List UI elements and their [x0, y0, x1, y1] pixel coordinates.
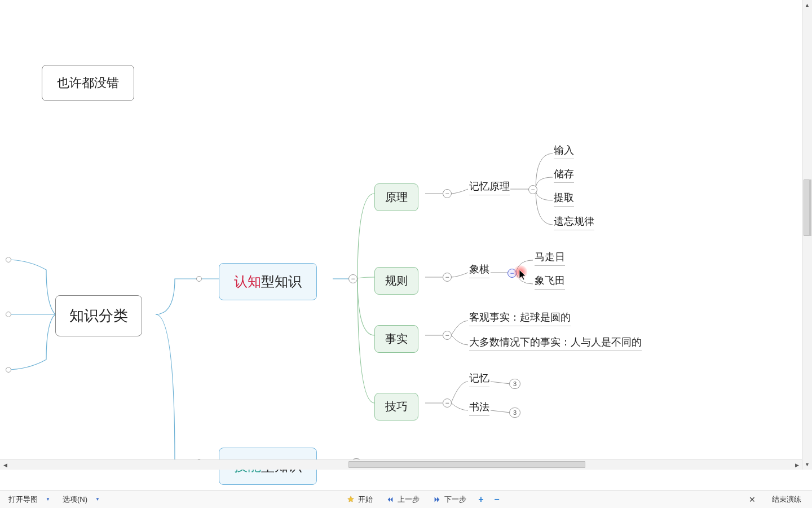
prev-button[interactable]: 上一步 [380, 492, 426, 507]
next-button[interactable]: 下一步 [427, 492, 473, 507]
zoom-out-button[interactable]: − [489, 492, 504, 507]
toggle-cognitive[interactable]: − [348, 274, 358, 283]
toggle-fact[interactable]: − [443, 331, 452, 340]
scroll-right-icon[interactable]: ▶ [792, 460, 802, 470]
next-icon [433, 496, 441, 503]
playback-controls: 开始 上一步 下一步 + − [341, 492, 504, 507]
leaf-memory-principle[interactable]: 记忆原理 [469, 179, 510, 195]
scroll-down-icon[interactable]: ▼ [802, 459, 812, 470]
node-skill[interactable]: 技巧 [374, 393, 418, 421]
toggle-principle[interactable]: − [443, 189, 452, 198]
horizontal-scrollbar-track[interactable] [10, 460, 792, 470]
count-calligraphy[interactable]: 3 [509, 408, 520, 418]
toggle-skill[interactable]: − [443, 398, 452, 408]
star-icon [347, 496, 355, 503]
edge-dot [6, 367, 11, 373]
edge-dot [6, 257, 11, 262]
scroll-left-icon[interactable]: ◀ [0, 460, 10, 470]
toggle-memory-principle[interactable]: − [528, 185, 537, 194]
vertical-scrollbar[interactable]: ▲ ▼ [802, 0, 812, 470]
horizontal-scrollbar[interactable]: ◀ ▶ [0, 459, 802, 470]
scroll-up-icon[interactable]: ▲ [802, 0, 812, 10]
leaf-calligraphy[interactable]: 书法 [469, 400, 489, 416]
count-memory-skill[interactable]: 3 [509, 379, 520, 389]
open-map-button[interactable]: 打开导图 ▼ [2, 492, 56, 507]
prev-icon [386, 496, 394, 503]
dropdown-caret-icon: ▼ [46, 497, 50, 502]
options-button[interactable]: 选项(N) ▼ [56, 492, 106, 507]
close-presentation-button[interactable]: ✕ [739, 492, 766, 507]
start-button[interactable]: 开始 [341, 492, 379, 507]
leaf-elephant-move[interactable]: 象飞田 [535, 274, 565, 290]
floating-note[interactable]: 也许都没错 [42, 65, 134, 101]
leaf-memory-skill[interactable]: 记忆 [469, 371, 489, 387]
node-principle[interactable]: 原理 [374, 183, 418, 211]
leaf-input[interactable]: 输入 [554, 143, 574, 159]
leaf-chess[interactable]: 象棋 [469, 262, 489, 278]
vertical-scroll-indicator [809, 179, 811, 236]
leaf-retrieve[interactable]: 提取 [554, 191, 574, 207]
horizontal-scrollbar-thumb[interactable] [348, 461, 585, 468]
vertical-scrollbar-track[interactable] [802, 10, 812, 459]
leaf-store[interactable]: 储存 [554, 167, 574, 183]
node-rule[interactable]: 规则 [374, 267, 418, 295]
toggle-rule[interactable]: − [443, 273, 452, 282]
mindmap-canvas[interactable]: 也许都没错 知识分类 认知型知识 − 技能型知识 8 原理 − 规则 − 事实 … [0, 0, 812, 470]
root-node[interactable]: 知识分类 [55, 295, 142, 336]
zoom-in-button[interactable]: + [474, 492, 488, 507]
presentation-toolbar: 打开导图 ▼ 选项(N) ▼ 开始 上一步 下一步 + − ✕ 结束演练 [0, 490, 812, 508]
edge-dot [196, 276, 202, 282]
node-cognitive-knowledge[interactable]: 认知型知识 [219, 263, 317, 300]
cognitive-suffix: 型知识 [261, 273, 302, 291]
edge-dot [6, 312, 11, 317]
end-presentation-button[interactable]: 结束演练 [766, 492, 807, 507]
node-fact[interactable]: 事实 [374, 325, 418, 353]
toggle-chess[interactable]: − [508, 269, 517, 278]
cursor-icon [519, 270, 527, 281]
leaf-general-fact[interactable]: 大多数情况下的事实：人与人是不同的 [469, 335, 642, 351]
leaf-forgetting-law[interactable]: 遗忘规律 [554, 214, 594, 230]
cognitive-prefix: 认知 [234, 273, 261, 291]
dropdown-caret-icon: ▼ [95, 497, 100, 502]
leaf-horse-move[interactable]: 马走日 [535, 250, 565, 266]
root-label: 知识分类 [69, 306, 128, 326]
leaf-objective-fact[interactable]: 客观事实：起球是圆的 [469, 310, 571, 326]
close-icon: ✕ [745, 495, 760, 504]
floating-note-text: 也许都没错 [57, 75, 119, 91]
